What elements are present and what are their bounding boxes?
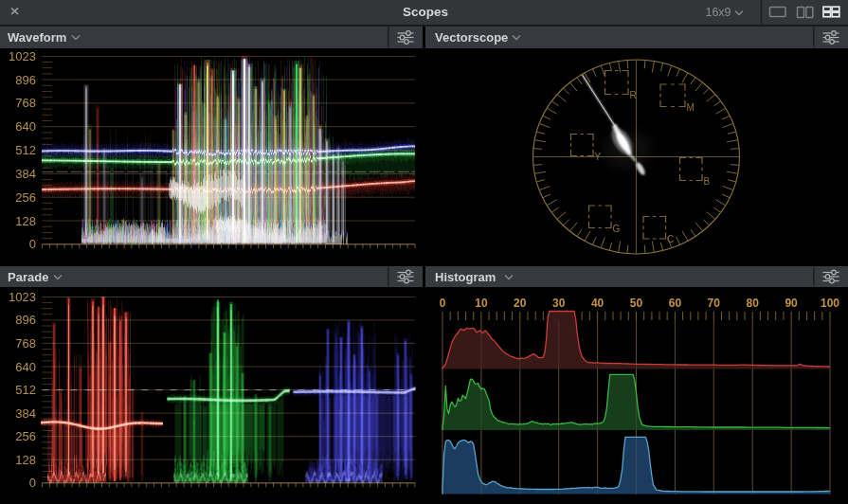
svg-text:768: 768 [15,336,36,351]
svg-text:640: 640 [15,360,36,374]
svg-text:20: 20 [514,297,527,310]
svg-text:256: 256 [15,429,36,443]
svg-text:128: 128 [15,214,36,228]
svg-text:896: 896 [15,73,36,87]
svg-text:1023: 1023 [9,49,36,63]
svg-text:896: 896 [15,313,36,327]
svg-text:40: 40 [591,297,604,310]
svg-text:Waveform: Waveform [8,30,66,45]
svg-text:10: 10 [475,297,488,310]
svg-text:Scopes: Scopes [403,5,448,19]
svg-text:512: 512 [15,143,36,157]
svg-text:640: 640 [15,119,36,134]
svg-text:R: R [630,90,637,100]
svg-text:Vectorscope: Vectorscope [435,30,508,45]
svg-text:Histogram: Histogram [435,270,496,284]
svg-text:384: 384 [15,167,36,181]
svg-text:384: 384 [15,406,36,421]
svg-text:128: 128 [15,453,36,467]
svg-text:100: 100 [821,297,839,310]
svg-text:70: 70 [708,297,721,310]
svg-text:80: 80 [747,297,760,310]
svg-text:50: 50 [630,297,643,310]
svg-text:Y: Y [595,152,602,162]
svg-text:1023: 1023 [9,290,36,304]
svg-text:0: 0 [29,476,36,490]
svg-text:C: C [667,234,674,244]
svg-text:16x9: 16x9 [705,6,731,19]
svg-text:G: G [613,224,621,234]
svg-text:30: 30 [552,297,566,310]
svg-text:0: 0 [29,237,36,251]
svg-text:60: 60 [669,297,682,310]
svg-text:256: 256 [15,190,36,205]
svg-text:90: 90 [785,297,798,310]
svg-text:M: M [687,102,695,113]
svg-text:B: B [704,176,711,187]
svg-text:Parade: Parade [8,270,48,284]
svg-text:768: 768 [15,96,36,110]
svg-text:0: 0 [440,297,446,310]
svg-text:512: 512 [15,383,36,397]
